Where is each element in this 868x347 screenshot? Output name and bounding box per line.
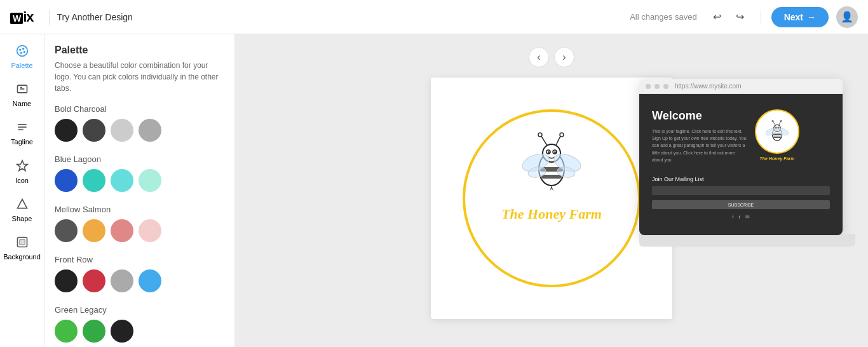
- palette-swatches-1: [55, 169, 224, 192]
- swatch-2-1[interactable]: [83, 219, 105, 242]
- palette-icon: [16, 44, 29, 59]
- mailing-input[interactable]: [652, 186, 830, 195]
- browser-bar: https://www.mysite.com: [639, 79, 843, 94]
- svg-point-23: [538, 133, 542, 137]
- palette-mellow-salmon: Mellow Salmon: [55, 205, 224, 242]
- swatch-0-1[interactable]: [83, 119, 105, 142]
- swatch-2-2[interactable]: [111, 219, 133, 242]
- svg-marker-11: [17, 160, 27, 170]
- swatch-3-3[interactable]: [139, 269, 161, 292]
- swatch-4-1[interactable]: [83, 320, 105, 343]
- mailing-title: Join Our Mailing List: [652, 176, 830, 182]
- swatch-4-0[interactable]: [55, 320, 78, 343]
- name-label: Name: [13, 100, 31, 108]
- panel-title: Palette: [55, 44, 224, 56]
- canvas-area: ‹ ›: [235, 34, 868, 347]
- swatch-2-3[interactable]: [139, 219, 161, 242]
- mini-bee-icon: [761, 118, 793, 146]
- name-icon: [16, 83, 29, 97]
- canvas-nav: ‹ ›: [529, 47, 574, 67]
- subscribe-button[interactable]: SUBSCRIBE: [652, 200, 830, 209]
- shape-label: Shape: [12, 215, 32, 223]
- twitter-icon: t: [739, 214, 740, 220]
- palette-scroll[interactable]: Bold Charcoal Blue Lagoon Mell: [44, 99, 234, 347]
- bee-illustration: [510, 125, 593, 201]
- website-body-text: This is your tagline. Click here to edit…: [652, 128, 747, 163]
- shape-icon: [16, 198, 29, 212]
- browser-url: https://www.mysite.com: [675, 83, 741, 90]
- swatch-3-2[interactable]: [111, 269, 133, 292]
- sidebar-item-shape[interactable]: Shape: [3, 193, 41, 228]
- next-button[interactable]: Next →: [771, 7, 829, 27]
- palette-name-3: Front Row: [55, 255, 224, 264]
- tagline-label: Tagline: [11, 138, 33, 146]
- svg-point-35: [776, 127, 776, 128]
- header: Wix Try Another Design All changes saved…: [0, 0, 868, 34]
- sidebar-item-name[interactable]: Name: [3, 78, 41, 113]
- svg-point-36: [778, 127, 779, 128]
- browser-frame: https://www.mysite.com Welcome This is y…: [639, 79, 843, 235]
- palette-name-2: Mellow Salmon: [55, 205, 224, 214]
- icon-icon: [16, 160, 29, 174]
- swatch-1-1[interactable]: [83, 169, 105, 192]
- svg-point-4: [20, 52, 22, 54]
- palette-swatches-2: [55, 219, 224, 242]
- next-design-button[interactable]: ›: [554, 47, 574, 67]
- svg-rect-17: [541, 175, 562, 179]
- website-welcome: Welcome: [652, 109, 747, 123]
- social-row: f t ✉: [652, 214, 830, 220]
- sidebar-item-tagline[interactable]: Tagline: [3, 116, 41, 151]
- palette-name-1: Blue Lagoon: [55, 154, 224, 164]
- swatch-3-1[interactable]: [83, 269, 105, 292]
- email-icon: ✉: [745, 214, 750, 220]
- svg-rect-31: [773, 136, 781, 137]
- user-avatar-button[interactable]: 👤: [836, 6, 858, 28]
- swatch-0-2[interactable]: [111, 119, 133, 142]
- header-separator: [761, 10, 761, 25]
- header-divider: [49, 10, 50, 25]
- swatch-1-3[interactable]: [139, 169, 161, 192]
- logo-business-name: The Honey Farm: [501, 206, 602, 222]
- svg-point-2: [22, 48, 24, 50]
- mailing-section: Join Our Mailing List SUBSCRIBE f t ✉: [652, 176, 830, 221]
- browser-dot-3: [663, 84, 668, 89]
- facebook-icon: f: [732, 214, 733, 220]
- sidebar-icons: Palette Name Tagline: [0, 34, 44, 347]
- swatch-0-3[interactable]: [139, 119, 161, 142]
- save-status: All changes saved: [630, 12, 697, 22]
- palette-blue-lagoon: Blue Lagoon: [55, 154, 224, 192]
- svg-point-24: [560, 133, 564, 137]
- palette-name-4: Green Legacy: [55, 305, 224, 315]
- redo-button[interactable]: ↪: [730, 7, 750, 27]
- palette-panel: Palette Choose a beautiful color combina…: [44, 34, 235, 347]
- mini-logo-circle: [755, 109, 799, 154]
- swatch-1-0[interactable]: [55, 169, 78, 192]
- browser-dot-1: [646, 84, 651, 89]
- sidebar-item-palette[interactable]: Palette: [3, 39, 41, 75]
- undo-button[interactable]: ↩: [707, 7, 728, 27]
- swatch-3-0[interactable]: [55, 269, 78, 292]
- panel-description: Choose a beautiful color combination for…: [55, 60, 224, 94]
- sidebar-item-background[interactable]: Background: [3, 231, 41, 266]
- prev-design-button[interactable]: ‹: [529, 47, 549, 67]
- swatch-1-2[interactable]: [111, 169, 133, 192]
- swatch-4-2[interactable]: [111, 320, 133, 343]
- user-icon: 👤: [841, 11, 853, 23]
- website-logo-text: The Honey Farm: [760, 156, 795, 161]
- tagline-icon: [16, 121, 29, 135]
- palette-front-row: Front Row: [55, 255, 224, 292]
- laptop-base: [639, 234, 855, 247]
- palette-bold-charcoal: Bold Charcoal: [55, 104, 224, 142]
- palette-name-0: Bold Charcoal: [55, 104, 224, 114]
- background-label: Background: [3, 253, 41, 261]
- svg-rect-14: [19, 240, 24, 245]
- svg-point-1: [19, 49, 21, 51]
- sidebar-item-icon[interactable]: Icon: [3, 154, 41, 190]
- palette-swatches-4: [55, 320, 224, 343]
- swatch-0-0[interactable]: [55, 119, 78, 142]
- swatch-2-0[interactable]: [55, 219, 78, 242]
- svg-marker-12: [17, 199, 27, 208]
- panel-header: Palette Choose a beautiful color combina…: [44, 34, 234, 99]
- wix-logo: Wix: [10, 9, 34, 25]
- svg-point-37: [772, 120, 773, 121]
